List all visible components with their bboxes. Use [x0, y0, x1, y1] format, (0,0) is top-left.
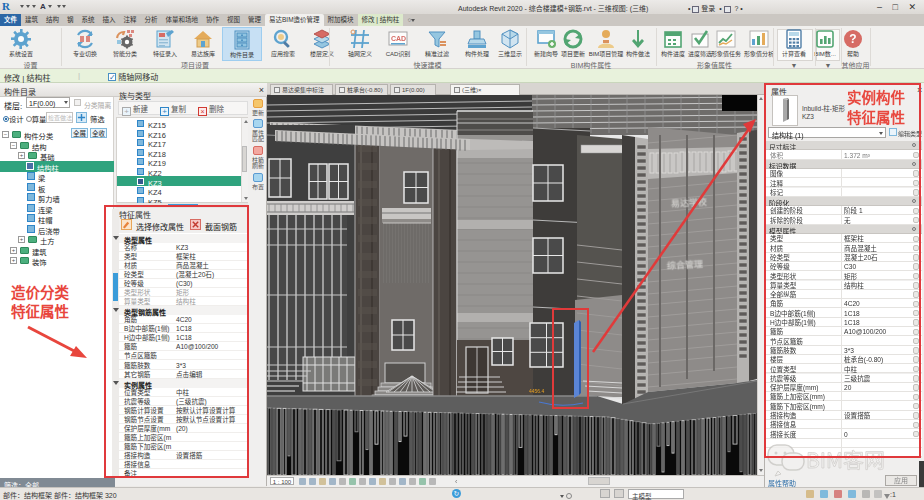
svg-text:CAD: CAD [391, 35, 406, 42]
svg-text:4456.4: 4456.4 [529, 388, 545, 394]
svg-text:?: ? [849, 32, 856, 46]
svg-text:R: R [2, 1, 11, 12]
